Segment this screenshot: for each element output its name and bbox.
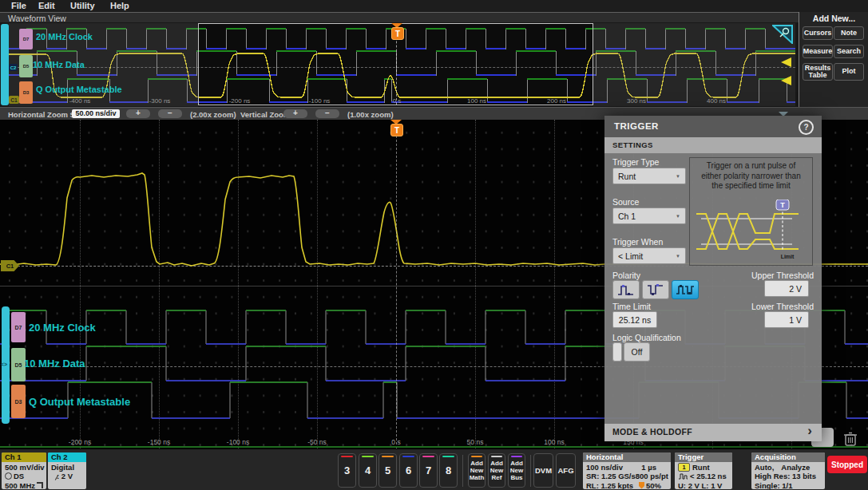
trigger-type-label: Trigger Type [612,157,659,167]
trigger-type: Runt [692,463,710,472]
main-tick-label: -150 ns [148,438,170,446]
trigger-type-dropdown[interactable]: Runt ▼ [612,168,686,184]
trigger-limit: < 25.12 ns [690,472,727,480]
ch1-bandwidth: 500 MHz [5,481,35,490]
add-button-stripe [491,456,502,457]
logic-toggle-knob[interactable] [612,342,622,362]
overview-tick-label: -100 ns [309,97,331,105]
main-tick-label: -200 ns [69,438,91,446]
polarity-either-button[interactable] [672,280,699,299]
add-new-note-button[interactable]: Note [834,26,864,40]
source-dropdown[interactable]: Ch 1 ▼ [612,207,686,224]
channel-5-button[interactable]: 5 [379,453,397,488]
v-zoom-minus-button[interactable]: − [315,109,339,118]
settings-section-header[interactable]: SETTINGS [604,137,822,153]
ch1-scale: 500 mV/div [5,463,45,472]
acquisition-badge[interactable]: Acquisition Auto, Analyze High Res: 13 b… [751,452,825,489]
overview-tick-label: 300 ns [627,97,646,105]
upper-threshold-label: Upper Threshold [717,271,814,280]
overview-trigger-marker[interactable]: T [391,27,404,40]
d5-expand-handle[interactable]: <> [1,362,7,367]
trigger-type-value: Runt [618,172,636,181]
trigger-when-value: < Limit [618,251,643,261]
channel-4-button[interactable]: 4 [359,453,377,488]
channel-3-button[interactable]: 3 [338,453,356,488]
channel-7-button[interactable]: 7 [419,453,438,488]
logic-toggle-state[interactable]: Off [624,342,650,362]
add-new-cursors-button[interactable]: Cursors [803,26,833,40]
h-zoom-scale-value[interactable]: 50.00 ns/div [72,109,120,118]
v-zoom-factor: (1.00x zoom) [347,110,394,119]
add-new-search-button[interactable]: Search [834,45,864,58]
help-icon[interactable]: ? [799,120,814,135]
trigger-panel-header[interactable]: TRIGGER ? [604,116,822,137]
source-value: Ch 1 [618,211,636,221]
horizontal-badge[interactable]: Horizontal 100 ns/div 1 µs SR: 1.25 GS/s… [583,452,671,489]
h-zoom-plus-button[interactable]: + [126,109,150,118]
lower-threshold-arrow-icon[interactable] [781,76,791,85]
ch2-mode: Digital [51,463,74,472]
time-limit-value[interactable]: 25.12 ns [612,311,657,328]
channel-6-button[interactable]: 6 [399,453,418,488]
overview-c1-marker[interactable]: C1 [9,96,19,104]
polarity-negative-button[interactable] [642,280,669,299]
add-button-line: Bus [510,474,522,481]
channel-number: 8 [446,464,451,476]
overview-channel-label-d7: 20 MHz Clock [36,32,93,41]
positive-runt-icon [616,283,636,297]
overview-channel-badge-d7[interactable]: D7 [19,29,33,49]
menu-item-file[interactable]: File [11,1,26,10]
channel-8-button[interactable]: 8 [439,453,458,488]
main-tick-label: -100 ns [227,438,249,446]
afg-button[interactable]: AFG [556,453,576,488]
add-new-title: Add New... [799,14,868,23]
ch1-badge[interactable]: Ch 1 500 mV/div DS 500 MHz [2,452,46,489]
position-icon [639,482,644,489]
add-new-results-table-button[interactable]: Results Table [803,63,833,81]
v-zoom-plus-button[interactable]: + [283,109,307,118]
waveform-overview[interactable]: -400 ns-300 ns-200 ns-100 ns0 s100 ns200… [0,22,799,107]
trigger-when-dropdown[interactable]: < Limit ▼ [612,247,686,264]
main-tick-label: 50 ns [467,438,484,446]
caret-down-icon: ▼ [676,214,680,219]
trigger-badge[interactable]: Trigger 1 Runt < 25.12 ns U: 2 V L: 1 V [675,452,732,489]
channel-number: 7 [426,464,431,476]
overview-tick-label: -300 ns [149,97,171,105]
dvm-button[interactable]: DVM [533,453,553,488]
main-channel-label-d3: Q Output Metastable [29,396,130,408]
add-button-line: Add [470,460,483,467]
overview-plot[interactable]: -400 ns-300 ns-200 ns-100 ns0 s100 ns200… [9,23,795,106]
overview-c2-marker[interactable]: C2 [9,64,18,71]
trash-icon[interactable] [842,431,858,447]
lower-threshold-value[interactable]: 1 V [764,311,809,328]
upper-threshold-value[interactable]: 2 V [764,280,809,297]
h-sample-rate: SR: 1.25 GS/s [586,472,636,480]
main-trigger-dash [396,120,397,449]
add-new-math-button[interactable]: AddNewMath [468,453,486,488]
overview-drag-handle[interactable] [1,24,9,105]
menu-item-utility[interactable]: Utility [70,1,95,10]
overview-channel-badge-d5[interactable]: D5 [19,55,33,77]
bandwidth-icon [37,482,43,488]
polarity-positive-button[interactable] [612,280,640,299]
add-button-line: Ref [492,474,502,481]
overview-channel-badge-d3[interactable]: D3 [19,81,33,104]
zoom-overview-icon[interactable] [772,25,793,44]
add-new-ref-button[interactable]: AddNewRef [488,453,505,488]
add-new-plot-button[interactable]: Plot [834,63,864,81]
trigger-when-label: Trigger When [612,237,663,247]
ch2-badge[interactable]: Ch 2 Digital : 2 V [48,452,86,489]
h-zoom-minus-button[interactable]: − [158,109,182,118]
main-channel-badge-d7[interactable]: D7 [11,312,26,342]
main-trigger-marker[interactable]: T [390,124,403,136]
mode-holdoff-label: MODE & HOLDOFF [612,427,692,437]
menu-item-help[interactable]: Help [110,1,129,10]
trigger-levels: U: 2 V L: 1 V [678,481,722,490]
run-stop-button[interactable]: Stopped [827,456,867,473]
add-new-measure-button[interactable]: Measure [803,45,833,58]
menu-item-edit[interactable]: Edit [38,1,55,10]
main-channel-badge-d3[interactable]: D3 [11,385,26,418]
upper-threshold-arrow-icon[interactable] [781,57,791,67]
mode-holdoff-section[interactable]: MODE & HOLDOFF › [604,424,822,441]
add-new-bus-button[interactable]: AddNewBus [508,453,525,488]
